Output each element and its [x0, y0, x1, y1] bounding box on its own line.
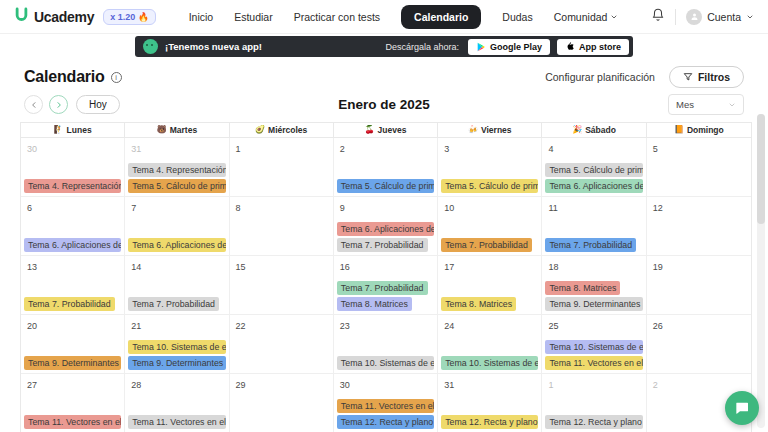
event-pill[interactable]: Tema 7. Probabilidad	[24, 297, 115, 311]
configure-planning-link[interactable]: Configurar planificación	[545, 71, 655, 83]
event-pill[interactable]: Tema 11. Vectores en el e...	[24, 415, 121, 429]
calendar-cell-27[interactable]: 27Tema 11. Vectores en el e...	[21, 374, 125, 432]
day-header-sabado: 🎉Sábado	[542, 123, 646, 137]
day-number: 13	[21, 259, 37, 272]
event-pill[interactable]: Tema 11. Vectores en el e...	[128, 415, 225, 429]
filters-button[interactable]: Filtros	[669, 66, 744, 88]
calendar-cell-13[interactable]: 13Tema 7. Probabilidad	[21, 256, 125, 315]
event-pill[interactable]: Tema 12. Recta y plano e...	[337, 415, 434, 429]
calendar-cell-21[interactable]: 21Tema 10. Sistemas de ecu...Tema 9. Det…	[125, 315, 229, 374]
info-icon[interactable]: i	[111, 72, 122, 83]
event-pill[interactable]: Tema 8. Matrices	[545, 281, 620, 295]
chat-button[interactable]	[725, 391, 759, 425]
event-pill[interactable]: Tema 10. Sistemas de ecu...	[128, 340, 225, 354]
calendar-cell-8[interactable]: 8	[230, 197, 334, 256]
event-pill[interactable]: Tema 7. Probabilidad	[337, 238, 428, 252]
event-pill[interactable]: Tema 9. Determinantes	[24, 356, 121, 370]
event-pill[interactable]: Tema 5. Cálculo de primit...	[545, 163, 642, 177]
calendar-cell-1[interactable]: 1Tema 12. Recta y plano e...	[542, 374, 646, 432]
calendar-cell-11[interactable]: 11Tema 7. Probabilidad	[542, 197, 646, 256]
nav-item-comunidad[interactable]: Comunidad	[554, 11, 619, 23]
scrollbar[interactable]	[757, 114, 765, 428]
calendar-cell-1[interactable]: 1	[230, 138, 334, 197]
event-pill[interactable]: Tema 9. Determinantes	[128, 356, 225, 370]
view-select[interactable]: Mes	[668, 94, 744, 115]
google-play-button[interactable]: Google Play	[468, 39, 550, 55]
nav-item-calendario[interactable]: Calendario	[401, 5, 481, 29]
event-pill[interactable]: Tema 6. Aplicaciones de l...	[24, 238, 121, 252]
logo[interactable]: Ucademy	[14, 7, 94, 26]
lunes-icon: 🧗	[54, 126, 64, 134]
event-pill[interactable]: Tema 6. Aplicaciones de l...	[128, 238, 225, 252]
event-pill[interactable]: Tema 11. Vectores en el e...	[337, 399, 434, 413]
calendar-cell-29[interactable]: 29	[230, 374, 334, 432]
event-pill[interactable]: Tema 10. Sistemas de ecu...	[441, 356, 538, 370]
calendar-cell-23[interactable]: 23Tema 10. Sistemas de ecu...	[334, 315, 438, 374]
calendar-cell-31[interactable]: 31Tema 4. Representación ...Tema 5. Cálc…	[125, 138, 229, 197]
event-pill[interactable]: Tema 10. Sistemas de ecu...	[337, 356, 434, 370]
day-number: 30	[21, 141, 37, 154]
event-pill[interactable]: Tema 5. Cálculo de primit...	[441, 179, 538, 193]
calendar-cell-2[interactable]: 2Tema 5. Cálculo de primit...	[334, 138, 438, 197]
calendar-cell-25[interactable]: 25Tema 10. Sistemas de ecu...Tema 11. Ve…	[542, 315, 646, 374]
calendar-cell-5[interactable]: 5	[647, 138, 751, 197]
nav-item-inicio[interactable]: Inicio	[189, 11, 214, 23]
event-pill[interactable]: Tema 6. Aplicaciones de l...	[337, 222, 434, 236]
event-pill[interactable]: Tema 12. Recta y plano e...	[441, 415, 538, 429]
calendar-cell-10[interactable]: 10Tema 7. Probabilidad	[438, 197, 542, 256]
calendar-cell-30[interactable]: 30Tema 4. Representación ...	[21, 138, 125, 197]
event-pill[interactable]: Tema 4. Representación ...	[24, 179, 121, 193]
nav-item-dudas[interactable]: Dudas	[502, 11, 532, 23]
calendar-cell-30[interactable]: 30Tema 11. Vectores en el e...Tema 12. R…	[334, 374, 438, 432]
calendar-cell-24[interactable]: 24Tema 10. Sistemas de ecu...	[438, 315, 542, 374]
event-pill[interactable]: Tema 11. Vectores en el e...	[545, 356, 642, 370]
calendar-cell-12[interactable]: 12	[647, 197, 751, 256]
calendar-cell-3[interactable]: 3Tema 5. Cálculo de primit...	[438, 138, 542, 197]
calendar-cell-31[interactable]: 31Tema 12. Recta y plano e...	[438, 374, 542, 432]
account-label: Cuenta	[707, 11, 741, 23]
event-pill[interactable]: Tema 12. Recta y plano e...	[545, 415, 642, 429]
prev-month-button[interactable]	[24, 95, 43, 114]
day-number: 24	[438, 318, 454, 331]
calendar-cell-22[interactable]: 22	[230, 315, 334, 374]
event-pill[interactable]: Tema 5. Cálculo de primit...	[128, 179, 225, 193]
calendar-cell-4[interactable]: 4Tema 5. Cálculo de primit...Tema 6. Apl…	[542, 138, 646, 197]
nav-item-practicar-con-tests[interactable]: Practicar con tests	[294, 11, 380, 23]
chevron-left-icon	[30, 101, 38, 109]
day-number: 21	[125, 318, 141, 331]
calendar-cell-18[interactable]: 18Tema 8. MatricesTema 9. Determinantes	[542, 256, 646, 315]
calendar-cell-7[interactable]: 7Tema 6. Aplicaciones de l...	[125, 197, 229, 256]
app-store-button[interactable]: App store	[557, 39, 629, 55]
event-pill[interactable]: Tema 6. Aplicaciones de l...	[545, 179, 642, 193]
calendar-cell-19[interactable]: 19	[647, 256, 751, 315]
calendar-cell-6[interactable]: 6Tema 6. Aplicaciones de l...	[21, 197, 125, 256]
calendar-cell-15[interactable]: 15	[230, 256, 334, 315]
bell-icon[interactable]	[651, 8, 665, 26]
event-pill[interactable]: Tema 7. Probabilidad	[545, 238, 636, 252]
event-pill[interactable]: Tema 4. Representación ...	[128, 163, 225, 177]
event-pill[interactable]: Tema 7. Probabilidad	[441, 238, 532, 252]
day-number: 18	[542, 259, 558, 272]
calendar-cell-20[interactable]: 20Tema 9. Determinantes	[21, 315, 125, 374]
day-header-jueves: 🍒Jueves	[334, 123, 438, 137]
next-month-button[interactable]	[49, 95, 68, 114]
account-menu[interactable]: Cuenta	[686, 9, 754, 25]
calendar-cell-9[interactable]: 9Tema 6. Aplicaciones de l...Tema 7. Pro…	[334, 197, 438, 256]
nav-item-estudiar[interactable]: Estudiar	[234, 11, 273, 23]
calendar-cell-16[interactable]: 16Tema 7. ProbabilidadTema 8. Matrices	[334, 256, 438, 315]
event-pill[interactable]: Tema 7. Probabilidad	[128, 297, 219, 311]
event-pill[interactable]: Tema 5. Cálculo de primit...	[337, 179, 434, 193]
event-pill[interactable]: Tema 9. Determinantes	[545, 297, 642, 311]
calendar-cell-26[interactable]: 26	[647, 315, 751, 374]
event-pill[interactable]: Tema 7. Probabilidad	[337, 281, 428, 295]
event-pill[interactable]: Tema 8. Matrices	[441, 297, 516, 311]
calendar-cell-14[interactable]: 14Tema 7. Probabilidad	[125, 256, 229, 315]
today-button[interactable]: Hoy	[76, 95, 120, 114]
scrollbar-thumb[interactable]	[757, 114, 765, 224]
day-number: 8	[230, 200, 241, 213]
toolbar-title-row: Calendario i Configurar planificación Fi…	[0, 58, 768, 88]
calendar-cell-28[interactable]: 28Tema 11. Vectores en el e...	[125, 374, 229, 432]
event-pill[interactable]: Tema 8. Matrices	[337, 297, 412, 311]
calendar-cell-17[interactable]: 17Tema 8. Matrices	[438, 256, 542, 315]
event-pill[interactable]: Tema 10. Sistemas de ecu...	[545, 340, 642, 354]
